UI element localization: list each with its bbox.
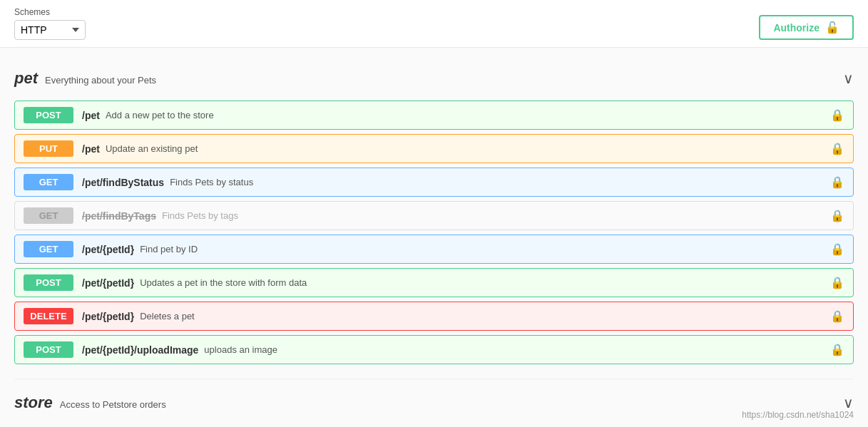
- store-section-name: store: [14, 393, 53, 412]
- method-badge-delete: DELETE: [24, 308, 73, 324]
- pet-chevron-down-icon[interactable]: ∨: [843, 70, 854, 87]
- store-section-header[interactable]: store Access to Petstore orders ∨: [14, 386, 854, 419]
- endpoint-row[interactable]: POST /pet Add a new pet to the store 🔒: [14, 101, 854, 130]
- method-badge-post: POST: [24, 107, 73, 123]
- watermark: https://blog.csdn.net/sha1024: [742, 410, 854, 420]
- endpoint-summary: Add a new pet to the store: [106, 110, 830, 120]
- endpoint-row[interactable]: POST /pet/{petId} Updates a pet in the s…: [14, 268, 854, 297]
- method-badge-get: GET: [24, 174, 73, 190]
- main-content: pet Everything about your Pets ∨ POST /p…: [0, 48, 868, 427]
- schemes-label: Schemes: [14, 7, 86, 17]
- authorize-label: Authorize: [773, 22, 820, 34]
- lock-icon: 🔒: [830, 343, 844, 356]
- endpoint-row[interactable]: POST /pet/{petId}/uploadImage uploads an…: [14, 335, 854, 364]
- endpoint-row[interactable]: DELETE /pet/{petId} Deletes a pet 🔒: [14, 302, 854, 331]
- endpoint-path: /pet/{petId}/uploadImage: [82, 344, 198, 356]
- schemes-select[interactable]: HTTP HTTPS: [14, 20, 86, 40]
- endpoint-row[interactable]: PUT /pet Update an existing pet 🔒: [14, 134, 854, 163]
- lock-icon: 🔓: [825, 21, 839, 34]
- authorize-button[interactable]: Authorize 🔓: [759, 15, 854, 40]
- endpoint-path: /pet: [82, 143, 100, 155]
- endpoint-summary: Deletes a pet: [140, 311, 830, 321]
- lock-icon: 🔒: [830, 309, 844, 323]
- endpoint-summary: Finds Pets by status: [170, 177, 830, 187]
- endpoint-path: /pet/{petId}: [82, 277, 134, 289]
- top-bar: Schemes HTTP HTTPS Authorize 🔓: [0, 0, 868, 48]
- pet-section-name: pet: [14, 69, 38, 88]
- endpoint-row[interactable]: GET /pet/findByTags Finds Pets by tags 🔒: [14, 201, 854, 230]
- method-badge-post: POST: [24, 341, 73, 358]
- method-badge-post: POST: [24, 274, 73, 291]
- endpoint-summary: Finds Pets by tags: [162, 210, 830, 221]
- store-section-desc: Access to Petstore orders: [60, 399, 166, 410]
- endpoint-summary: uploads an image: [204, 344, 830, 355]
- endpoint-path: /pet: [82, 110, 100, 121]
- lock-icon: 🔒: [830, 242, 844, 256]
- endpoint-path: /pet/{petId}: [82, 244, 134, 255]
- endpoint-summary: Update an existing pet: [106, 143, 830, 154]
- lock-icon: 🔒: [830, 209, 844, 222]
- endpoint-path: /pet/findByTags: [82, 210, 156, 222]
- lock-icon: 🔒: [830, 142, 844, 155]
- pet-section-desc: Everything about your Pets: [45, 75, 156, 86]
- method-badge-deprecated: GET: [24, 207, 73, 224]
- endpoint-path: /pet/findByStatus: [82, 177, 164, 188]
- endpoint-summary: Updates a pet in the store with form dat…: [140, 277, 830, 288]
- endpoints-list: POST /pet Add a new pet to the store 🔒 P…: [14, 101, 854, 364]
- schemes-section: Schemes HTTP HTTPS: [14, 7, 86, 40]
- lock-icon: 🔒: [830, 276, 844, 289]
- endpoint-row[interactable]: GET /pet/findByStatus Finds Pets by stat…: [14, 168, 854, 197]
- endpoint-row[interactable]: GET /pet/{petId} Find pet by ID 🔒: [14, 235, 854, 264]
- endpoint-path: /pet/{petId}: [82, 311, 134, 322]
- lock-icon: 🔒: [830, 108, 844, 122]
- store-chevron-down-icon[interactable]: ∨: [843, 394, 854, 411]
- method-badge-put: PUT: [24, 140, 73, 157]
- pet-section-header[interactable]: pet Everything about your Pets ∨: [14, 62, 854, 95]
- store-title-group: store Access to Petstore orders: [14, 393, 166, 412]
- endpoint-summary: Find pet by ID: [140, 244, 830, 254]
- method-badge-get: GET: [24, 241, 73, 257]
- store-section: store Access to Petstore orders ∨: [14, 379, 854, 419]
- lock-icon: 🔒: [830, 175, 844, 189]
- pet-title-group: pet Everything about your Pets: [14, 69, 156, 88]
